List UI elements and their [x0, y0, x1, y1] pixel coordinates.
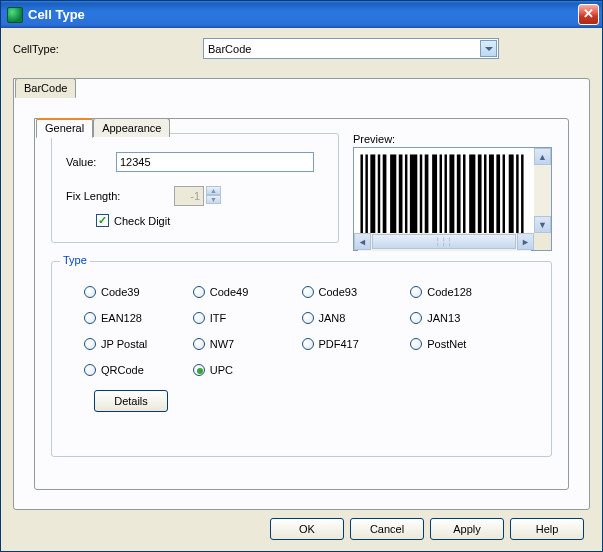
svg-rect-24 — [509, 154, 514, 240]
radio-jan8[interactable]: JAN8 — [302, 312, 411, 324]
cancel-button[interactable]: Cancel — [350, 518, 424, 540]
spinner-down-icon: ▼ — [206, 195, 221, 204]
svg-rect-7 — [399, 154, 403, 240]
radio-label: Code93 — [319, 286, 358, 298]
spinner-up-icon: ▲ — [206, 186, 221, 195]
tab-appearance[interactable]: Appearance — [93, 118, 170, 137]
radio-code93[interactable]: Code93 — [302, 286, 411, 298]
scroll-left-icon[interactable]: ◄ — [354, 233, 371, 250]
radio-qrcode[interactable]: QRCode — [84, 364, 193, 376]
radio-itf[interactable]: ITF — [193, 312, 302, 324]
radio-postnet[interactable]: PostNet — [410, 338, 519, 350]
svg-rect-9 — [410, 154, 417, 240]
fixlength-stepper: ▲ ▼ — [174, 186, 221, 206]
preview-box: ▲ ▼ ◄ ╎╎╎ ► — [353, 147, 552, 251]
radio-label: Code49 — [210, 286, 249, 298]
chevron-down-icon[interactable] — [480, 40, 497, 57]
radio-dot-icon — [302, 286, 314, 298]
radio-label: NW7 — [210, 338, 234, 350]
preview-label: Preview: — [353, 133, 552, 145]
radio-dot-icon — [410, 312, 422, 324]
details-button[interactable]: Details — [94, 390, 168, 412]
radio-dot-icon — [410, 338, 422, 350]
radio-pdf417[interactable]: PDF417 — [302, 338, 411, 350]
close-icon[interactable]: ✕ — [578, 4, 599, 25]
radio-dot-icon — [302, 312, 314, 324]
apply-button[interactable]: Apply — [430, 518, 504, 540]
value-input[interactable] — [116, 152, 314, 172]
radio-dot-icon — [84, 286, 96, 298]
radio-dot-icon — [410, 286, 422, 298]
type-group: Type Code39Code49Code93Code128EAN128ITFJ… — [51, 261, 552, 457]
celltype-dropdown[interactable]: BarCode — [203, 38, 499, 59]
radio-label: UPC — [210, 364, 233, 376]
fixlength-field — [174, 186, 204, 206]
radio-dot-icon — [302, 338, 314, 350]
radio-dot-icon — [84, 364, 96, 376]
radio-label: EAN128 — [101, 312, 142, 324]
radio-upc[interactable]: UPC — [193, 364, 302, 376]
radio-jppostal[interactable]: JP Postal — [84, 338, 193, 350]
scroll-corner — [534, 233, 551, 250]
radio-jan13[interactable]: JAN13 — [410, 312, 519, 324]
radio-label: QRCode — [101, 364, 144, 376]
radio-code128[interactable]: Code128 — [410, 286, 519, 298]
type-legend: Type — [60, 254, 90, 266]
svg-rect-17 — [463, 154, 465, 240]
radio-label: PDF417 — [319, 338, 359, 350]
radio-label: PostNet — [427, 338, 466, 350]
radio-label: Code128 — [427, 286, 472, 298]
radio-dot-icon — [84, 312, 96, 324]
svg-rect-21 — [489, 154, 494, 240]
checkdigit-checkbox[interactable]: ✓ — [96, 214, 109, 227]
barcode-value-group: BarCode Value Value: Fix Length: — [51, 133, 339, 243]
scroll-thumb[interactable]: ╎╎╎ — [372, 234, 516, 249]
radio-nw7[interactable]: NW7 — [193, 338, 302, 350]
svg-rect-8 — [405, 154, 407, 240]
scroll-up-icon[interactable]: ▲ — [534, 148, 551, 165]
svg-rect-18 — [469, 154, 475, 240]
radio-dot-icon — [193, 312, 205, 324]
radio-dot-icon — [84, 338, 96, 350]
scroll-down-icon[interactable]: ▼ — [534, 216, 551, 233]
value-label: Value: — [66, 156, 116, 168]
ok-button[interactable]: OK — [270, 518, 344, 540]
celltype-selected: BarCode — [208, 43, 479, 55]
celltype-label: CellType: — [13, 43, 203, 55]
preview-hscroll[interactable]: ◄ ╎╎╎ ► — [354, 233, 534, 250]
preview-vscroll[interactable]: ▲ ▼ — [534, 148, 551, 233]
svg-rect-6 — [390, 154, 396, 240]
svg-rect-16 — [457, 154, 461, 240]
radio-dot-icon — [193, 338, 205, 350]
tab-barcode[interactable]: BarCode — [15, 78, 76, 98]
radio-label: Code39 — [101, 286, 140, 298]
svg-rect-4 — [378, 154, 380, 240]
svg-rect-19 — [478, 154, 482, 240]
app-icon — [7, 7, 23, 23]
svg-rect-12 — [432, 154, 437, 240]
radio-dot-icon — [193, 364, 205, 376]
radio-code49[interactable]: Code49 — [193, 286, 302, 298]
radio-dot-icon — [193, 286, 205, 298]
svg-rect-3 — [370, 154, 375, 240]
svg-rect-15 — [449, 154, 454, 240]
window-title: Cell Type — [28, 7, 578, 22]
svg-rect-10 — [420, 154, 422, 240]
radio-label: ITF — [210, 312, 227, 324]
svg-rect-11 — [425, 154, 429, 240]
svg-rect-5 — [383, 154, 387, 240]
tab-general[interactable]: General — [36, 118, 93, 138]
scroll-right-icon[interactable]: ► — [517, 233, 534, 250]
radio-ean128[interactable]: EAN128 — [84, 312, 193, 324]
titlebar: Cell Type ✕ — [1, 1, 602, 28]
checkdigit-label: Check Digit — [114, 215, 170, 227]
radio-label: JP Postal — [101, 338, 147, 350]
radio-label: JAN8 — [319, 312, 346, 324]
fixlength-label: Fix Length: — [66, 190, 174, 202]
svg-rect-22 — [496, 154, 500, 240]
svg-rect-20 — [484, 154, 486, 240]
radio-label: JAN13 — [427, 312, 460, 324]
help-button[interactable]: Help — [510, 518, 584, 540]
radio-code39[interactable]: Code39 — [84, 286, 193, 298]
svg-rect-23 — [503, 154, 505, 240]
